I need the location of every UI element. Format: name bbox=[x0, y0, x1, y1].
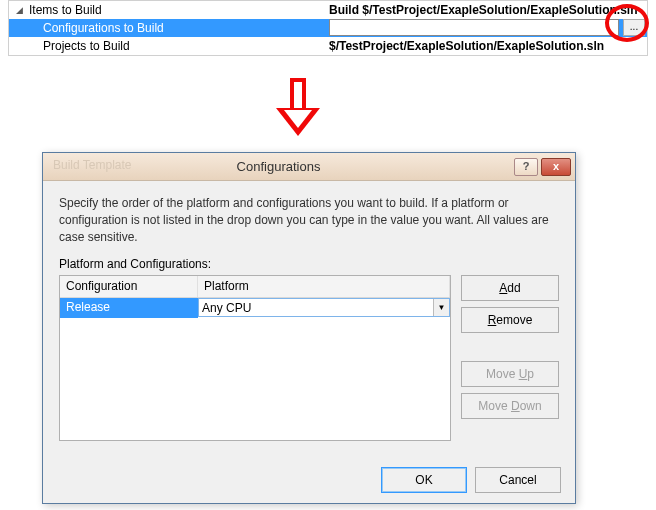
grid-row[interactable]: Release ▼ bbox=[60, 298, 450, 318]
list-label: Platform and Configurations: bbox=[59, 257, 559, 271]
browse-ellipsis-button[interactable]: ... bbox=[623, 19, 645, 36]
dialog-titlebar: Build Template Configurations ? x bbox=[43, 153, 575, 181]
tree-label: Projects to Build bbox=[39, 39, 130, 53]
chevron-down-icon[interactable]: ▼ bbox=[433, 299, 449, 316]
tree-label: Items to Build bbox=[25, 3, 102, 17]
annotation-arrow-icon bbox=[278, 78, 318, 138]
help-button[interactable]: ? bbox=[514, 158, 538, 176]
configurations-dialog: Build Template Configurations ? x Specif… bbox=[42, 152, 576, 504]
remove-button[interactable]: Remove bbox=[461, 307, 559, 333]
column-header-platform[interactable]: Platform bbox=[198, 276, 450, 297]
expand-collapse-icon[interactable]: ◢ bbox=[13, 4, 25, 16]
dialog-description: Specify the order of the platform and co… bbox=[59, 195, 559, 245]
ok-button[interactable]: OK bbox=[381, 467, 467, 493]
tree-values-column: Build $/TestProject/ExapleSolution/Exapl… bbox=[329, 1, 647, 55]
cancel-button[interactable]: Cancel bbox=[475, 467, 561, 493]
value-configurations-to-build bbox=[329, 19, 647, 37]
value-items-to-build: Build $/TestProject/ExapleSolution/Exapl… bbox=[329, 1, 647, 19]
cell-platform[interactable]: ▼ bbox=[198, 298, 450, 318]
move-down-button: Move Down bbox=[461, 393, 559, 419]
close-button[interactable]: x bbox=[541, 158, 571, 176]
tree-label: Configurations to Build bbox=[39, 21, 164, 35]
grid-header: Configuration Platform bbox=[60, 276, 450, 298]
move-up-button: Move Up bbox=[461, 361, 559, 387]
titlebar-ghost-text: Build Template bbox=[53, 158, 132, 172]
value-projects-to-build: $/TestProject/ExapleSolution/ExapleSolut… bbox=[329, 37, 647, 55]
configurations-grid[interactable]: Configuration Platform Release ▼ bbox=[59, 275, 451, 441]
platform-combo-input[interactable] bbox=[198, 298, 450, 317]
cell-configuration[interactable]: Release bbox=[60, 298, 198, 318]
configurations-input[interactable] bbox=[329, 19, 619, 36]
add-button[interactable]: Add bbox=[461, 275, 559, 301]
column-header-configuration[interactable]: Configuration bbox=[60, 276, 198, 297]
build-process-tree: ◢ Items to Build Configurations to Build… bbox=[8, 0, 648, 56]
